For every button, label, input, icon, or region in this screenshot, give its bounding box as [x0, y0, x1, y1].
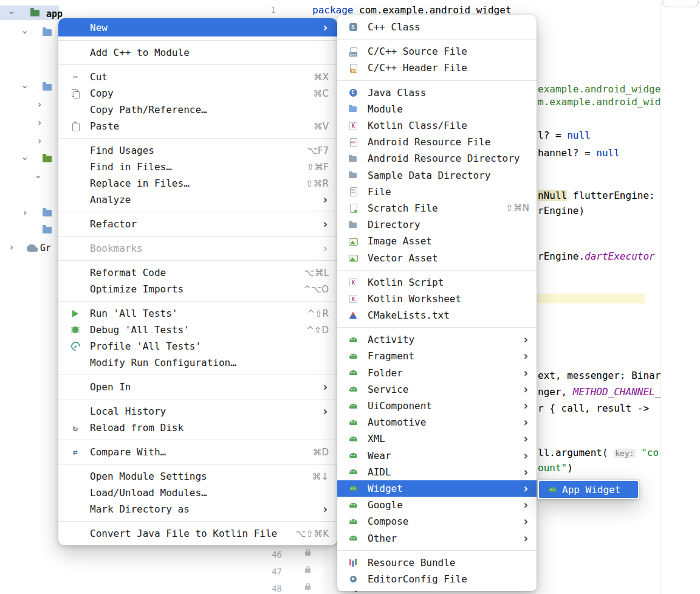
menu-item-analyze[interactable]: Analyze›: [58, 192, 337, 208]
menu-item-scratch-file[interactable]: Scratch File⇧⌘N: [337, 200, 537, 216]
menu-item-automotive[interactable]: Automotive›: [337, 414, 537, 430]
menu-item-convert-java-file-to-kotlin-file[interactable]: Convert Java File to Kotlin File⌥⇧⌘K: [58, 525, 337, 542]
lock-icon[interactable]: [305, 585, 311, 590]
menu-item-add-c-to-module[interactable]: Add C++ to Module: [58, 44, 337, 61]
menu-item-copy[interactable]: Copy⌘C: [58, 85, 337, 102]
submenu-arrow-icon: ›: [523, 466, 529, 478]
tree-expand-chevron-icon[interactable]: [21, 82, 29, 92]
usage-highlight: nNull: [538, 190, 567, 201]
menu-item-app-widget[interactable]: App Widget: [539, 481, 638, 498]
menu-item-load-unload-modules[interactable]: Load/Unload Modules…: [58, 485, 337, 501]
menu-item-cut[interactable]: Cut⌘X: [58, 69, 337, 85]
menu-item-label: Fragment: [368, 350, 414, 362]
menu-item-debug-all-tests[interactable]: Debug 'All Tests'^⇧D: [58, 322, 337, 338]
menu-item-fragment[interactable]: Fragment›: [337, 348, 537, 364]
menu-item-compare-with[interactable]: Compare With…⌘D: [58, 444, 337, 460]
tree-collapse-chevron-icon[interactable]: [35, 118, 44, 128]
menu-item-resource-bundle[interactable]: Resource Bundle: [337, 554, 537, 571]
menu-item-compose[interactable]: Compose›: [337, 513, 537, 530]
menu-item-vector-asset[interactable]: Vector Asset: [337, 249, 537, 266]
menu-item-replace-in-files[interactable]: Replace in Files…⇧⌘R: [58, 175, 337, 192]
menu-item-find-usages[interactable]: Find Usages⌥F7: [58, 142, 337, 159]
menu-item-label: AIDL: [368, 466, 391, 478]
tree-collapse-chevron-icon[interactable]: [35, 100, 44, 109]
menu-item-c-c-header-file[interactable]: C/C++ Header File: [337, 60, 537, 76]
menu-item-cmakelists-txt[interactable]: CMakeLists.txt: [337, 307, 537, 323]
menu-item-shortcut: ⌥F7: [307, 145, 329, 156]
tree-expand-chevron-icon[interactable]: [21, 27, 29, 37]
menu-item-service[interactable]: Service›: [337, 381, 537, 398]
menu-separator: [58, 521, 337, 522]
menu-item-editorconfig-file[interactable]: EditorConfig File: [337, 571, 537, 587]
menu-item-google[interactable]: Google›: [337, 497, 537, 513]
tree-item-gradle-scripts[interactable]: Gr: [40, 243, 51, 254]
menu-item-folder[interactable]: Folder›: [337, 365, 537, 381]
menu-item-icon-slot: [345, 384, 368, 394]
menu-item-c-c-source-file[interactable]: C/C++ Source File: [337, 43, 537, 60]
menu-item-reload-from-disk[interactable]: Reload from Disk: [58, 420, 337, 436]
tree-collapse-chevron-icon[interactable]: [7, 243, 16, 252]
menu-item-activity[interactable]: Activity›: [337, 331, 537, 348]
menu-item-icon-slot: [67, 72, 90, 82]
menu-item-kotlin-worksheet[interactable]: Kotlin Worksheet: [337, 291, 537, 307]
scrollbar-thumb[interactable]: [662, 0, 699, 7]
menu-item-label: Mark Directory as: [90, 503, 190, 515]
menu-item-icon-slot: [345, 311, 368, 320]
tree-expand-chevron-icon[interactable]: [7, 8, 16, 18]
menu-item-c-class[interactable]: C++ Class: [337, 19, 537, 35]
menu-item-android-resource-directory[interactable]: Android Resource Directory: [337, 150, 537, 167]
menu-item-label: Run 'All Tests': [90, 308, 178, 319]
menu-item-paste[interactable]: Paste⌘V: [58, 118, 337, 134]
menu-item-other[interactable]: Other›: [337, 530, 537, 546]
lock-icon[interactable]: [305, 551, 311, 556]
menu-item-widget[interactable]: Widget›: [337, 480, 537, 497]
submenu-arrow-icon: ›: [523, 516, 529, 527]
menu-item-run-all-tests[interactable]: Run 'All Tests'^⇧R: [58, 305, 337, 322]
menu-item-android-resource-file[interactable]: Android Resource File: [337, 134, 537, 150]
tree-expand-chevron-icon[interactable]: [21, 154, 29, 164]
menu-item-bookmarks[interactable]: Bookmarks›: [58, 240, 337, 257]
menu-item-module[interactable]: Module: [337, 101, 537, 117]
menu-item-uicomponent[interactable]: UiComponent›: [337, 398, 537, 414]
cpp-source-icon: [348, 47, 358, 57]
tree-collapse-chevron-icon[interactable]: [35, 136, 44, 146]
menu-item-refactor[interactable]: Refactor›: [58, 216, 337, 232]
menu-item-label: Directory: [368, 219, 420, 230]
menu-item-open-module-settings[interactable]: Open Module Settings⌘↓: [58, 468, 337, 485]
menu-item-open-in[interactable]: Open In›: [58, 379, 337, 395]
android-icon: [348, 533, 358, 543]
menu-item-copy-path-reference[interactable]: Copy Path/Reference…: [58, 102, 337, 118]
menu-item-profile-all-tests[interactable]: Profile 'All Tests': [58, 338, 337, 354]
menu-item-icon-slot: [345, 533, 368, 543]
menu-item-java-class[interactable]: Java Class: [337, 85, 537, 101]
menu-item-icon-slot: [345, 483, 368, 493]
menu-item-label: Image Asset: [368, 235, 432, 247]
menu-item-modify-run-configuration[interactable]: Modify Run Configuration…: [58, 354, 337, 371]
menu-item-wear[interactable]: Wear›: [337, 447, 537, 464]
tree-expand-chevron-icon[interactable]: [34, 172, 43, 182]
menu-item-file[interactable]: File: [337, 184, 537, 200]
lock-icon[interactable]: [305, 568, 311, 573]
menu-item-new[interactable]: New›: [58, 18, 337, 36]
android-icon: [348, 483, 358, 493]
menu-item-xml[interactable]: XML›: [337, 430, 537, 447]
menu-item-optimize-imports[interactable]: Optimize Imports^⌥O: [58, 281, 337, 297]
menu-item-image-asset[interactable]: Image Asset: [337, 233, 537, 249]
tree-collapse-chevron-icon[interactable]: [21, 208, 29, 218]
menu-item-find-in-files[interactable]: Find in Files…⇧⌘F: [58, 159, 337, 175]
menu-item-kotlin-script[interactable]: Kotlin Script: [337, 274, 537, 291]
menu-item-kotlin-class-file[interactable]: Kotlin Class/File: [337, 117, 537, 134]
menu-item-icon-slot: [345, 294, 368, 303]
tree-item-app[interactable]: app: [46, 9, 63, 19]
menu-item-local-history[interactable]: Local History›: [58, 403, 337, 420]
menu-item-sample-data-directory[interactable]: Sample Data Directory: [337, 167, 537, 184]
menu-item-icon-slot: [544, 485, 562, 494]
menu-item-directory[interactable]: Directory: [337, 216, 537, 233]
menu-item-reformat-code[interactable]: Reformat Code⌥⌘L: [58, 264, 337, 281]
menu-separator: [58, 301, 337, 302]
file-icon: [348, 187, 358, 196]
menu-item-aidl[interactable]: AIDL›: [337, 464, 537, 480]
menu-item-label: Other: [368, 533, 397, 544]
menu-item-label: C/C++ Source File: [368, 46, 467, 57]
menu-item-mark-directory-as[interactable]: Mark Directory as›: [58, 501, 337, 517]
